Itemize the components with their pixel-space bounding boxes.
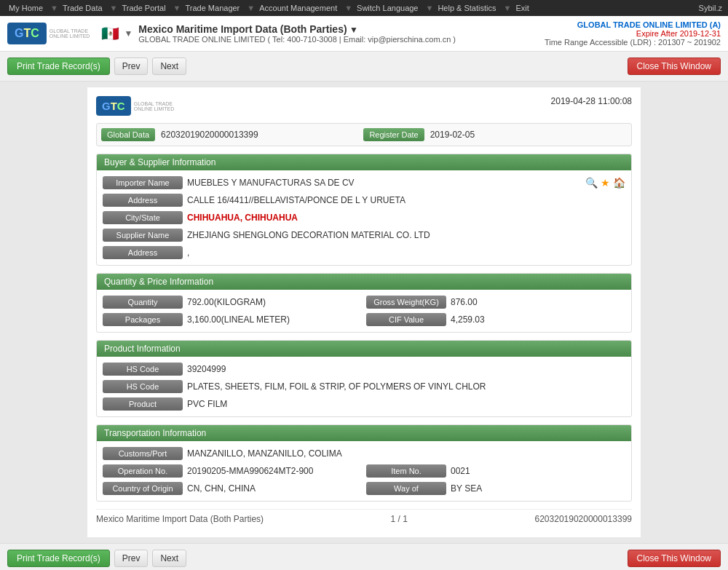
bottom-toolbar: Print Trade Record(s) Prev Next Close Th… [0,543,728,570]
customs-port-row: Customs/Port MANZANILLO, MANZANILLO, COL… [103,447,625,460]
gross-weight-value: 876.00 [451,297,625,307]
operation-no-row: Operation No. 20190205-MMA990624MT2-900 … [103,464,625,478]
hs-code-value-2: PLATES, SHEETS, FILM, FOIL & STRIP, OF P… [187,381,625,392]
logo-subtext: GLOBAL TRADEONLINE LIMITED [50,28,90,39]
address-value-1: CALLE 16/4411//BELLAVISTA/PONCE DE L Y U… [187,195,625,205]
record-logo-text: GLOBAL TRADEONLINE LIMITED [134,101,175,111]
country-origin-row: Country of Origin CN, CHN, CHINA Way of … [103,482,625,495]
address-label-1: Address [103,194,183,207]
close-button-top[interactable]: Close This Window [628,58,721,75]
hs-code-value-1: 39204999 [187,364,625,374]
address-label-2: Address [103,246,183,259]
flag-dropdown[interactable]: ▼ [124,28,132,39]
item-no-label: Item No. [366,464,446,478]
cif-value-label: CIF Value [366,313,446,326]
way-of-value: BY SEA [451,483,625,494]
header-subtitle: GLOBAL TRADE ONLINE LIMITED ( Tel: 400-7… [138,35,545,44]
quantity-row: Quantity 792.00(KILOGRAM) Gross Weight(K… [103,296,625,309]
cif-value-value: 4,259.03 [451,314,625,325]
record-logo-img: GTC [96,96,131,116]
country-origin-label: Country of Origin [103,482,183,495]
hs-code-row-1: HS Code 39204999 [103,363,625,376]
country-origin-value: CN, CHN, CHINA [187,483,362,494]
importer-icons: 🔍 ★ 🏠 [585,177,625,189]
record-footer: Mexico Maritime Import Data (Both Partie… [96,509,632,529]
customs-port-label: Customs/Port [103,447,183,460]
quantity-price-title: Quantity & Price Information [97,274,631,290]
next-button-top[interactable]: Next [152,58,186,75]
header-bar: GTC GLOBAL TRADEONLINE LIMITED 🇲🇽 ▼ Buye… [0,16,728,52]
product-body: HS Code 39204999 HS Code PLATES, SHEETS,… [97,357,631,416]
way-of-label: Way of [366,482,446,495]
global-data-row: Global Data 62032019020000013399 Registe… [96,123,632,146]
city-state-value: CHIHUAHUA, CHIHUAHUA [187,213,625,223]
nav-trade-portal[interactable]: Trade Portal [119,2,168,14]
magnify-icon[interactable]: 🔍 [585,177,598,189]
address-value-2: , [187,248,625,258]
nav-help-statistics[interactable]: Help & Statistics [435,2,499,14]
record-footer-id: 62032019020000013399 [535,514,632,524]
flag-icon: 🇲🇽 [101,25,119,42]
record-detail: GTC GLOBAL TRADEONLINE LIMITED 2019-04-2… [87,87,641,537]
transportation-title: Transportation Information [97,425,631,441]
city-state-label: City/State [103,211,183,224]
prev-button-bottom[interactable]: Prev [114,550,149,567]
company-name: GLOBAL TRADE ONLINE LIMITED (A) [545,20,721,29]
packages-label: Packages [103,313,183,326]
importer-name-value: MUEBLES Y MANUFACTURAS SA DE CV [187,178,577,188]
nav-my-home[interactable]: My Home [6,2,46,14]
importer-name-label: Importer Name [103,176,183,189]
register-date-label: Register Date [363,128,424,141]
address-row-1: Address CALLE 16/4411//BELLAVISTA/PONCE … [103,194,625,207]
print-button-bottom[interactable]: Print Trade Record(s) [7,550,110,567]
register-date-value: 2019-02-05 [430,130,627,140]
nav-account-management[interactable]: Account Management [256,2,340,14]
buyer-supplier-title: Buyer & Supplier Information [97,154,631,170]
main-wrapper: GTC GLOBAL TRADEONLINE LIMITED 2019-04-2… [0,82,728,543]
title-dropdown[interactable]: ▼ [349,25,358,35]
expire-date: Expire After 2019-12-31 [545,29,721,38]
supplier-name-row: Supplier Name ZHEJIANG SHENGLONG DECORAT… [103,229,625,242]
hs-code-label-1: HS Code [103,363,183,376]
product-label: Product [103,397,183,411]
nav-exit[interactable]: Exit [513,2,531,14]
home-icon[interactable]: 🏠 [613,177,625,189]
star-icon[interactable]: ★ [601,177,610,189]
buyer-supplier-body: Importer Name MUEBLES Y MANUFACTURAS SA … [97,170,631,265]
quantity-label: Quantity [103,296,183,309]
nav-switch-language[interactable]: Switch Language [354,2,421,14]
operation-no-value: 20190205-MMA990624MT2-900 [187,466,362,476]
supplier-name-label: Supplier Name [103,229,183,242]
record-timestamp: 2019-04-28 11:00:08 [551,96,632,106]
logo-area: GTC GLOBAL TRADEONLINE LIMITED [7,23,90,44]
header-right: GLOBAL TRADE ONLINE LIMITED (A) Expire A… [545,20,721,47]
time-range: Time Range Accessible (LDR) : 201307 ~ 2… [545,38,721,47]
nav-trade-manager[interactable]: Trade Manager [182,2,242,14]
address-row-2: Address , [103,246,625,259]
top-toolbar: Print Trade Record(s) Prev Next Close Th… [0,52,728,82]
city-state-row: City/State CHIHUAHUA, CHIHUAHUA [103,211,625,224]
quantity-price-body: Quantity 792.00(KILOGRAM) Gross Weight(K… [97,290,631,332]
user-display: Sybil.z [699,4,722,12]
buyer-supplier-section: Buyer & Supplier Information Importer Na… [96,154,632,266]
record-header: GTC GLOBAL TRADEONLINE LIMITED 2019-04-2… [96,96,632,116]
quantity-price-section: Quantity & Price Information Quantity 79… [96,273,632,333]
item-no-value: 0021 [451,466,625,476]
customs-port-value: MANZANILLO, MANZANILLO, COLIMA [187,448,625,459]
print-button-top[interactable]: Print Trade Record(s) [7,58,110,75]
record-footer-page: 1 / 1 [391,514,408,524]
packages-row: Packages 3,160.00(LINEAL METER) CIF Valu… [103,313,625,326]
close-button-bottom[interactable]: Close This Window [628,550,721,567]
quantity-value: 792.00(KILOGRAM) [187,297,362,307]
global-data-value: 62032019020000013399 [161,130,357,140]
nav-trade-data[interactable]: Trade Data [60,2,106,14]
page-title: Buyer & Supplier Information Mexico Mari… [138,23,545,35]
product-value: PVC FILM [187,399,625,409]
product-section: Product Information HS Code 39204999 HS … [96,340,632,417]
hs-code-row-2: HS Code PLATES, SHEETS, FILM, FOIL & STR… [103,380,625,393]
prev-button-top[interactable]: Prev [114,58,149,75]
top-navigation: My Home ▼ Trade Data ▼ Trade Portal ▼ Tr… [0,0,728,16]
header-title-area: Buyer & Supplier Information Mexico Mari… [138,23,545,44]
record-logo: GTC GLOBAL TRADEONLINE LIMITED [96,96,174,116]
next-button-bottom[interactable]: Next [152,550,186,567]
